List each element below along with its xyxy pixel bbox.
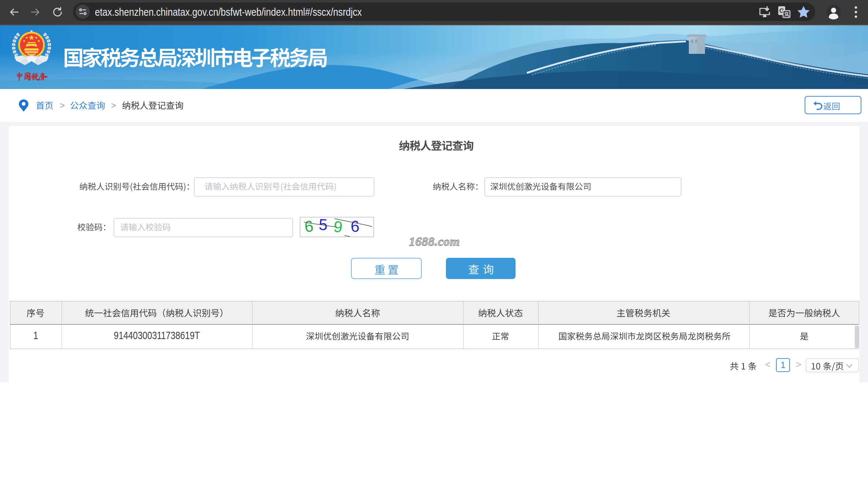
- svg-text:6: 6: [350, 218, 360, 235]
- svg-text:6: 6: [303, 217, 314, 236]
